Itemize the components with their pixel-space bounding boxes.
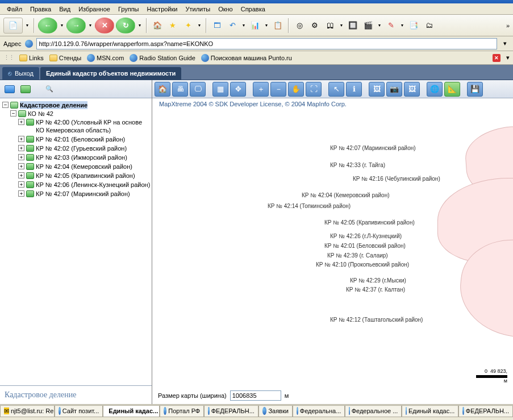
expand-icon[interactable]: + [18,181,24,188]
dropdown-icon[interactable]: ▼ [24,23,30,27]
links-dropdown-icon[interactable]: ▾ [506,54,510,61]
refresh-button[interactable]: ↻ [116,18,135,34]
tree-search-button[interactable]: 🔍 [42,82,57,97]
tool-a-button[interactable]: 🗔 [210,19,224,32]
menu-utilities[interactable]: Утилиты [182,5,214,14]
tree-item[interactable]: +КР № 42:07 (Мариинский район) [18,190,151,198]
tab-cadastre[interactable]: Единый кадастр объектов недвижимости [40,67,181,80]
bottom-tab[interactable]: Единый кадас... [402,405,458,417]
favorites-star-button[interactable]: ★ [166,19,180,32]
stop-button[interactable]: ✕ [95,18,114,34]
bottom-tab[interactable]: Заявки [258,405,293,417]
tool-d-button[interactable]: ◎ [293,19,306,32]
expand-icon[interactable]: + [18,172,24,178]
menu-help[interactable]: Справка [237,5,269,14]
more-icon[interactable]: » [506,22,510,29]
tree-item[interactable]: +КР № 42:06 (Ленинск-Кузнецкий район) [18,181,151,189]
map-settings-button[interactable]: ▦ [212,82,228,97]
map-zoom-out-button[interactable]: － [270,82,286,97]
map-layer-button[interactable]: 🖵 [190,82,206,97]
edit-color-button[interactable]: ✎ [384,19,398,32]
tool-b-button[interactable]: 📊 [248,19,262,32]
link-radio[interactable]: Radio Station Guide [130,54,195,62]
tree-item[interactable]: +КР № 42:04 (Кемеровский район) [18,163,151,171]
link-stends[interactable]: Стенды [49,55,81,61]
bottom-tab[interactable]: Федеральное ... [345,405,402,417]
menu-favorites[interactable]: Избранное [75,5,114,14]
link-links[interactable]: Links [19,55,44,61]
dropdown-icon[interactable]: ▼ [264,23,269,27]
tool-j-button[interactable]: 🗂 [422,19,436,32]
link-punto[interactable]: Поисковая машина Punto.ru [201,54,292,62]
home-button[interactable]: 🏠 [151,19,164,32]
dropdown-icon[interactable]: ▼ [339,23,344,27]
map-info-button[interactable]: ℹ [346,82,362,97]
back-button[interactable]: ← [38,18,57,34]
undo-button[interactable]: ↶ [226,19,239,32]
tree-item[interactable]: +КР № 42:01 (Беловский район) [18,135,151,143]
dropdown-icon[interactable]: ▼ [137,23,143,27]
address-input[interactable] [36,38,498,49]
menu-view[interactable]: Вид [56,5,74,14]
map-size-input[interactable] [230,390,281,401]
map-print-button[interactable]: 🖶 [172,82,188,97]
folder-blue-button[interactable] [2,82,17,97]
bottom-tab[interactable]: Федеральна... [293,405,345,417]
expand-icon[interactable]: + [18,145,24,151]
map-pan-button[interactable]: ✥ [230,82,246,97]
menu-window[interactable]: Окно [215,5,236,14]
bottom-tab[interactable]: ФЕДЕРАЛЬН... [458,405,513,417]
tool-h-button[interactable]: 🎬 [361,19,375,32]
collapse-icon[interactable]: − [2,102,9,108]
tool-i-button[interactable]: 📑 [407,19,420,32]
groups-button[interactable]: ✦ [181,19,195,32]
map-save-button[interactable]: 💾 [467,82,483,97]
expand-icon[interactable]: + [18,190,24,197]
dropdown-icon[interactable]: ▼ [59,23,65,27]
menu-settings[interactable]: Настройки [144,5,181,14]
links-grip-icon[interactable]: ⋮⋮ [3,54,14,61]
tool-g-button[interactable]: 🔲 [346,19,360,32]
tool-c-button[interactable]: 📋 [271,19,285,32]
collapse-icon[interactable]: − [10,110,16,117]
link-msn[interactable]: MSN.com [87,54,124,62]
dropdown-icon[interactable]: ▼ [87,23,93,27]
folder-green-button[interactable] [18,82,33,97]
bottom-tab[interactable]: ФЕДЕРАЛЬН... [204,405,258,417]
address-dropdown-icon[interactable]: ▾ [501,40,510,47]
tree-item[interactable]: +КР № 42:05 (Крапивинский район) [18,172,151,180]
forward-button[interactable]: → [66,18,86,34]
tree-item[interactable]: +КР № 42:00 (Условный КР на основе КО Ке… [18,118,151,134]
menu-groups[interactable]: Группы [115,5,143,14]
expand-icon[interactable]: + [18,136,24,142]
menu-file[interactable]: Файл [3,5,26,14]
map-image-a-button[interactable]: 🖼 [369,82,385,97]
new-tab-button[interactable]: 📄 [3,18,23,34]
bottom-tab[interactable]: Единый кадас... [103,405,160,417]
map-hand-button[interactable]: ✋ [288,82,304,97]
map-measure-button[interactable]: 📐 [444,82,460,97]
map-zoom-in-button[interactable]: ＋ [253,82,269,97]
map-canvas[interactable]: MapXtreme 2004 © SDK Developer License, … [152,98,513,404]
bottom-tab[interactable]: ✉njt5@list.ru: Re: [0,405,55,417]
map-home-button[interactable]: 🏠 [155,82,170,97]
tree-item[interactable]: +КР № 42:03 (Ижморский район) [18,153,151,161]
dropdown-icon[interactable]: ▼ [399,23,405,27]
map-extent-button[interactable]: ⛶ [306,82,322,97]
map-camera-button[interactable]: 📷 [386,82,402,97]
tool-f-button[interactable]: 🕮 [323,19,337,32]
expand-icon[interactable]: + [18,163,24,169]
tree-item[interactable]: +КР № 42:02 (Гурьевский район) [18,144,151,152]
close-link-icon[interactable]: ✕ [493,54,501,62]
dropdown-icon[interactable]: ▼ [377,23,382,27]
menu-edit[interactable]: Правка [27,5,55,14]
expand-icon[interactable]: + [18,154,24,160]
tab-logout[interactable]: ⎋ Выход [2,67,39,80]
tree-root[interactable]: − Кадастровое деление [2,101,151,109]
map-pointer-button[interactable]: ↖ [328,82,344,97]
map-globe-button[interactable]: 🌐 [427,82,443,97]
dropdown-icon[interactable]: ▼ [197,23,202,27]
dropdown-icon[interactable]: ▼ [241,23,247,27]
bottom-tab[interactable]: Портал РФ [160,405,204,417]
tree-ko-42[interactable]: − КО № 42 [10,110,151,118]
